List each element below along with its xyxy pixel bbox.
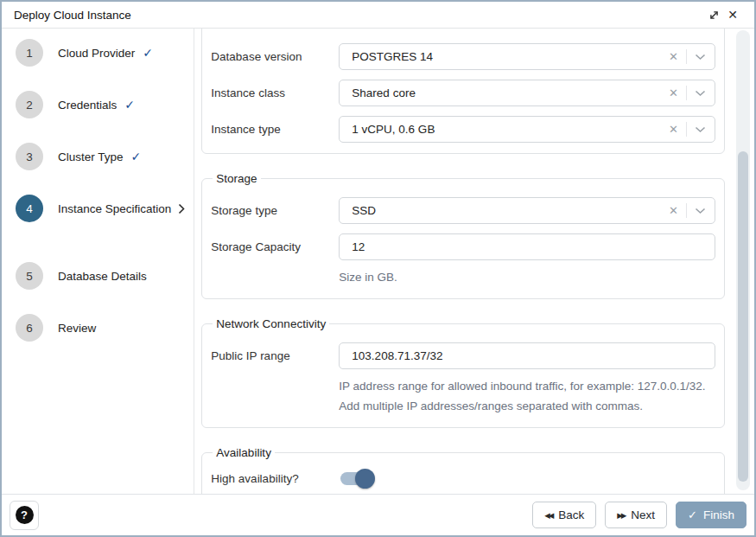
high-availability-label: High availability? — [211, 471, 339, 487]
clear-icon[interactable]: ✕ — [669, 51, 678, 62]
database-version-label: Database version — [211, 49, 339, 65]
database-version-value: POSTGRES 14 — [352, 50, 659, 63]
step-label: Database Details — [58, 270, 147, 283]
field-row-storage-type: Storage type SSD ✕ — [211, 197, 715, 224]
clear-icon[interactable]: ✕ — [669, 205, 678, 216]
step-number-badge: 5 — [16, 262, 43, 290]
step-complete-check-icon: ✓ — [131, 150, 142, 163]
step-label: Review — [58, 322, 96, 335]
select-divider — [686, 86, 687, 100]
section-availability: Availability High availability? Secondar… — [201, 446, 725, 494]
step-label: Credentials — [58, 99, 117, 112]
back-button-label: Back — [558, 508, 584, 521]
high-availability-toggle[interactable] — [340, 472, 372, 485]
vertical-scrollbar-thumb[interactable] — [738, 151, 748, 482]
chevron-down-icon[interactable] — [695, 126, 706, 133]
field-row-instance-class: Instance class Shared core ✕ — [211, 80, 715, 106]
section-version-instance-legend: Version & Instance — [213, 29, 317, 31]
instance-type-label: Instance type — [211, 122, 339, 137]
select-icons: ✕ — [669, 198, 706, 223]
storage-type-value: SSD — [352, 204, 659, 217]
clear-icon[interactable]: ✕ — [669, 87, 678, 99]
instance-type-select[interactable]: 1 vCPU, 0.6 GB ✕ — [339, 116, 715, 143]
field-row-storage-capacity: Storage Capacity — [211, 233, 715, 260]
toggle-knob — [355, 469, 375, 489]
select-icons: ✕ — [669, 117, 706, 142]
maximize-button[interactable] — [704, 5, 723, 24]
step-number-badge: 2 — [16, 91, 43, 118]
select-divider — [686, 122, 687, 137]
step-number-badge: 4 — [16, 195, 43, 222]
step-label: Cloud Provider — [58, 47, 135, 60]
field-row-database-version: Database version POSTGRES 14 ✕ — [211, 43, 715, 70]
storage-capacity-input[interactable] — [339, 233, 715, 260]
field-row-public-ip: Public IP range — [211, 342, 715, 369]
instance-class-select[interactable]: Shared core ✕ — [339, 80, 715, 106]
section-network-connectivity: Network Connectivity Public IP range IP … — [201, 317, 725, 428]
storage-type-select[interactable]: SSD ✕ — [339, 197, 715, 224]
field-row-high-availability: High availability? — [211, 471, 715, 487]
step-number-badge: 3 — [16, 143, 43, 170]
help-icon: ? — [16, 506, 34, 524]
storage-capacity-label: Storage Capacity — [211, 240, 339, 255]
step-complete-check-icon: ✓ — [143, 46, 153, 60]
clear-icon[interactable]: ✕ — [669, 124, 678, 135]
step-label: Instance Specification — [58, 202, 171, 215]
section-storage: Storage Storage type SSD ✕ — [201, 172, 725, 299]
close-icon: ✕ — [727, 9, 738, 21]
step-number-badge: 1 — [16, 39, 43, 67]
finish-button-label: Finish — [703, 508, 734, 521]
chevron-down-icon[interactable] — [695, 208, 706, 214]
back-button[interactable]: ◀◀ Back — [532, 502, 596, 528]
next-button[interactable]: ▶▶ Next — [605, 502, 667, 528]
form-content-area: Version & Instance Database version POST… — [194, 29, 754, 494]
chevron-down-icon[interactable] — [695, 54, 706, 61]
section-version-instance: Version & Instance Database version POST… — [201, 29, 725, 154]
dialog-footer: ? ◀◀ Back ▶▶ Next ✓ Finish — [2, 494, 754, 535]
instance-class-label: Instance class — [211, 86, 339, 101]
instance-type-value: 1 vCPU, 0.6 GB — [352, 123, 659, 136]
step-database-details[interactable]: 5 Database Details — [10, 262, 185, 290]
select-divider — [686, 49, 687, 64]
step-review[interactable]: 6 Review — [10, 314, 185, 342]
storage-type-label: Storage type — [211, 203, 339, 219]
section-availability-legend: Availability — [213, 446, 275, 459]
select-icons: ✕ — [669, 80, 706, 105]
dialog-body: 1 Cloud Provider ✓ 2 Credentials ✓ 3 Clu… — [2, 29, 754, 494]
instance-class-value: Shared core — [352, 86, 659, 99]
select-icons: ✕ — [669, 44, 706, 69]
deploy-cloud-instance-dialog: Deploy Cloud Instance ✕ 1 Cloud Provider… — [0, 0, 756, 537]
next-button-label: Next — [631, 508, 655, 521]
step-complete-check-icon: ✓ — [124, 98, 135, 112]
step-cluster-type[interactable]: 3 Cluster Type ✓ — [10, 143, 185, 170]
active-step-chevron-right-icon — [178, 203, 185, 214]
step-number-badge: 6 — [16, 314, 43, 342]
field-row-instance-type: Instance type 1 vCPU, 0.6 GB ✕ — [211, 116, 715, 143]
back-arrows-icon: ◀◀ — [544, 511, 552, 520]
wizard-steps-panel: 1 Cloud Provider ✓ 2 Credentials ✓ 3 Clu… — [2, 29, 194, 494]
section-storage-legend: Storage — [213, 172, 260, 185]
public-ip-input[interactable] — [339, 342, 715, 369]
storage-capacity-helper: Size in GB. — [339, 268, 715, 288]
dialog-title: Deploy Cloud Instance — [14, 9, 131, 22]
dialog-titlebar: Deploy Cloud Instance ✕ — [2, 2, 754, 29]
next-arrows-icon: ▶▶ — [617, 511, 625, 520]
database-version-select[interactable]: POSTGRES 14 ✕ — [339, 43, 715, 70]
vertical-scrollbar-track[interactable] — [736, 30, 750, 490]
finish-check-icon: ✓ — [688, 508, 697, 521]
step-credentials[interactable]: 2 Credentials ✓ — [10, 91, 185, 118]
step-cloud-provider[interactable]: 1 Cloud Provider ✓ — [10, 39, 185, 67]
public-ip-helper: IP address range for allowed inbound tra… — [339, 377, 715, 417]
close-button[interactable]: ✕ — [723, 5, 742, 24]
step-instance-specification[interactable]: 4 Instance Specification — [10, 195, 185, 222]
form-scroll-region: Version & Instance Database version POST… — [194, 29, 754, 494]
public-ip-label: Public IP range — [211, 348, 339, 364]
maximize-icon — [708, 10, 720, 21]
section-network-legend: Network Connectivity — [213, 317, 329, 330]
finish-button[interactable]: ✓ Finish — [676, 502, 746, 528]
chevron-down-icon[interactable] — [695, 90, 706, 97]
select-divider — [686, 203, 687, 218]
step-label: Cluster Type — [58, 150, 124, 163]
help-button[interactable]: ? — [10, 501, 39, 530]
